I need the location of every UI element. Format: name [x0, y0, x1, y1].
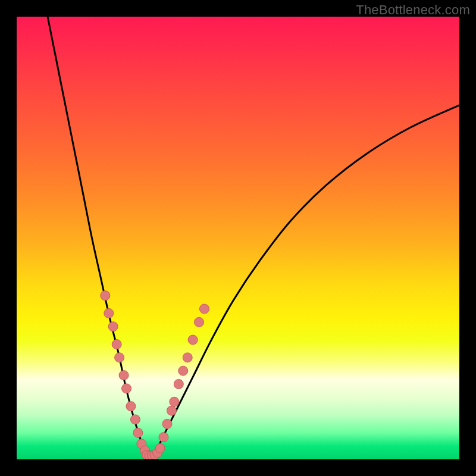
- data-dot: [126, 402, 136, 411]
- data-dot: [199, 304, 209, 314]
- data-dot: [178, 366, 188, 375]
- data-dot: [133, 428, 143, 437]
- plot-area: [17, 17, 459, 459]
- data-dot: [119, 371, 129, 380]
- data-dot: [122, 384, 131, 393]
- data-dot: [108, 322, 118, 331]
- dots-layer: [101, 291, 209, 459]
- bottleneck-curve: [48, 17, 459, 457]
- data-dot: [130, 415, 140, 424]
- data-dot: [183, 353, 192, 362]
- data-dot: [104, 308, 114, 318]
- data-dot: [167, 406, 176, 415]
- curve-layer: [48, 17, 459, 457]
- frame: TheBottleneck.com: [0, 0, 476, 476]
- data-dot: [155, 443, 165, 453]
- watermark: TheBottleneck.com: [356, 2, 470, 18]
- data-dot: [170, 397, 179, 406]
- data-dot: [162, 419, 172, 428]
- data-dot: [174, 380, 183, 389]
- data-dot: [188, 335, 198, 345]
- data-dot: [101, 291, 110, 300]
- data-dot: [112, 340, 121, 349]
- chart-svg: [17, 17, 459, 459]
- data-dot: [195, 317, 204, 327]
- data-dot: [115, 353, 124, 362]
- data-dot: [159, 433, 168, 442]
